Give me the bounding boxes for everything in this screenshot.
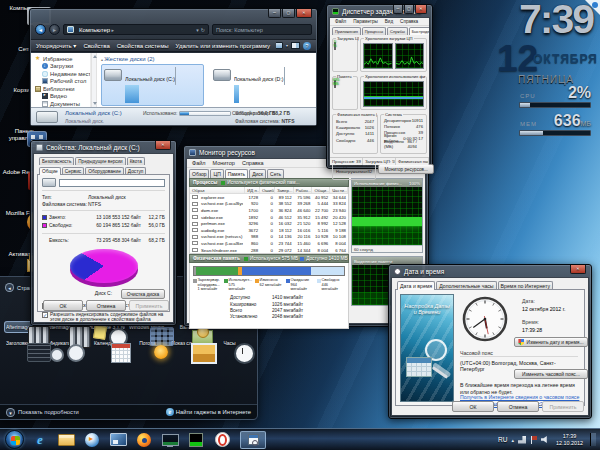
menu-item[interactable]: Файл xyxy=(189,160,209,166)
find-gadgets-link[interactable]: Найти гаджеты в Интернете xyxy=(166,408,251,416)
timezone-info-link[interactable]: Получить в Интернете сведения о часовом … xyxy=(460,394,579,400)
process-row[interactable]: perfmon.exe 3296 0 16 032 21 520 8 992 1… xyxy=(190,220,348,227)
sidebar-item[interactable]: Загрузки xyxy=(31,63,90,71)
page-back-icon[interactable]: ◂ xyxy=(5,283,14,292)
menu-item[interactable]: Монитор xyxy=(210,160,238,166)
wmp-icon[interactable] xyxy=(80,430,104,450)
process-checkbox[interactable] xyxy=(192,195,198,199)
start-button[interactable] xyxy=(5,430,24,449)
close-button[interactable] xyxy=(570,265,586,274)
column-header[interactable]: Образ xyxy=(190,187,245,193)
processes-header[interactable]: Процессы Используется физической пам... xyxy=(189,178,349,187)
maximize-button[interactable] xyxy=(282,9,295,18)
disk-properties-dialog[interactable]: Свойства: Локальный диск (C:) Безопаснос… xyxy=(30,140,177,326)
toolbar-button[interactable]: Свойства системы xyxy=(117,43,169,49)
chevron-down-icon[interactable]: ▾ xyxy=(6,408,15,417)
back-button[interactable]: ◂ xyxy=(35,24,46,35)
address-dropdown-icon[interactable]: ▾ xyxy=(196,27,199,33)
datetime-tab[interactable]: Дата и время xyxy=(397,281,435,290)
index-checkbox-row[interactable]: Разрешить индексировать содержимое файло… xyxy=(42,312,165,324)
column-header[interactable]: ИД п... xyxy=(245,187,260,193)
task-manager-window[interactable]: Диспетчер задач Windows ФайлПараметрыВид… xyxy=(326,4,433,169)
maximize-button[interactable] xyxy=(404,5,414,14)
sidebar-item[interactable]: Недавние места xyxy=(31,70,90,78)
dialog-button[interactable]: Отмена xyxy=(497,401,539,412)
ie-icon[interactable] xyxy=(28,430,52,450)
resmon-tab[interactable]: Память xyxy=(225,169,248,178)
menu-item[interactable]: Параметры xyxy=(350,19,381,24)
index-checkbox[interactable] xyxy=(42,312,48,318)
resmon-tab[interactable]: Сеть xyxy=(267,169,284,178)
sidebar-item[interactable]: Библиотеки xyxy=(31,85,90,93)
process-row[interactable]: explorer.exe 1728 0 89 112 75 596 40 952… xyxy=(190,194,348,201)
toolbar-button[interactable]: Свойства xyxy=(83,43,109,49)
close-button[interactable] xyxy=(415,5,427,14)
process-checkbox[interactable] xyxy=(192,208,198,212)
active-taskbar-button[interactable] xyxy=(240,431,266,449)
process-checkbox[interactable] xyxy=(192,202,198,206)
column-header[interactable]: Рабоч... xyxy=(294,187,313,193)
explorer-folder-icon[interactable] xyxy=(54,430,78,450)
datetime-titlebar[interactable]: Дата и время xyxy=(389,265,591,277)
drive-item[interactable]: Локальный диск (D:) 75,3 ГБ свободно из … xyxy=(210,64,313,106)
physical-memory-header[interactable]: Физическая память Используется 575 МБ До… xyxy=(189,254,349,263)
show-details-link[interactable]: Показать подробности xyxy=(18,409,79,415)
taskman-tab[interactable]: Быстродействие xyxy=(409,27,429,35)
minimize-button[interactable] xyxy=(393,5,403,14)
process-row[interactable]: sidebar.exe 1892 0 46 512 35 912 15 492 … xyxy=(190,214,348,221)
process-row[interactable]: svchost.exe (netsvcs) 988 0 14 136 20 11… xyxy=(190,234,348,241)
sidebar-item[interactable]: Документы xyxy=(31,100,90,107)
refresh-icon[interactable]: ↻ xyxy=(201,27,205,33)
forward-button[interactable]: ▸ xyxy=(49,24,60,35)
process-checkbox[interactable] xyxy=(192,241,198,245)
resmon-tab[interactable]: Обзор xyxy=(189,169,209,178)
column-header[interactable]: Ошибк... xyxy=(260,187,275,193)
views-icon[interactable] xyxy=(276,42,283,49)
datetime-dialog[interactable]: Дата и время Дата и времяДополнительные … xyxy=(388,264,592,419)
section-header-hdd[interactable]: Жесткие диски (2) xyxy=(101,56,312,62)
process-checkbox[interactable] xyxy=(192,235,198,239)
change-datetime-button[interactable]: Изменить дату и время... xyxy=(514,337,588,347)
toolbar-button[interactable]: Упорядочить ▾ xyxy=(36,42,76,49)
preview-pane-icon[interactable] xyxy=(291,42,300,49)
firefox-taskbar-icon[interactable] xyxy=(132,430,156,450)
tray-flag-icon[interactable] xyxy=(530,436,537,444)
taskman-tab[interactable]: Приложения xyxy=(332,27,361,35)
menu-item[interactable]: Справка xyxy=(397,19,421,24)
taskman-meter-icon[interactable] xyxy=(184,430,208,450)
resmon-taskbar-icon[interactable] xyxy=(158,430,182,450)
resource-monitor-button[interactable]: Монитор ресурсов... xyxy=(378,164,434,174)
resmon-tab[interactable]: ЦП xyxy=(210,169,223,178)
dialog-button[interactable]: ОК xyxy=(43,300,83,311)
search-input[interactable] xyxy=(212,24,312,35)
menu-item[interactable]: Справка xyxy=(239,160,267,166)
drive-item[interactable]: Локальный диск (C:) 56,0 ГБ свободно из … xyxy=(101,64,204,106)
properties-tab[interactable]: Квота xyxy=(127,157,145,165)
process-row[interactable]: audiodg.exe 3672 0 18 112 16 016 5 116 9… xyxy=(190,227,348,234)
column-header[interactable]: Общи... xyxy=(312,187,330,193)
properties-tab[interactable]: Предыдущие версии xyxy=(75,157,125,165)
properties-tab[interactable]: Безопасность xyxy=(39,157,74,165)
taskman-tab[interactable]: Процессы xyxy=(362,27,386,35)
dialog-button[interactable]: Применить xyxy=(129,300,169,311)
show-desktop-button[interactable] xyxy=(590,433,596,447)
views-dropdown-icon[interactable]: ▾ xyxy=(286,43,288,48)
column-header[interactable]: Завер... xyxy=(275,187,294,193)
process-checkbox[interactable] xyxy=(192,248,198,252)
process-checkbox[interactable] xyxy=(192,228,198,232)
desktop-gadgets-icon[interactable] xyxy=(106,430,130,450)
process-row[interactable]: SearchIndexer.exe 288 0 29 072 14 344 8 … xyxy=(190,247,348,254)
process-row[interactable]: svchost.exe (LocalServiceNet... 860 0 23… xyxy=(190,240,348,247)
volume-label-input[interactable] xyxy=(59,179,165,187)
tray-volume-icon[interactable] xyxy=(541,436,549,444)
toolbar-button[interactable]: Удалить или изменить программу xyxy=(176,43,270,49)
column-header[interactable]: Части... xyxy=(330,187,348,193)
explorer-window[interactable]: ◂ ▸ Компьютер ▾ ↻ Упорядочить ▾СвойстваС… xyxy=(29,8,318,127)
sidebar-item[interactable]: Избранное xyxy=(31,55,90,63)
sidebar-item[interactable]: Видео xyxy=(31,93,90,101)
taskman-tab[interactable]: Службы xyxy=(387,27,408,35)
sidebar-item[interactable]: Рабочий стол xyxy=(31,78,90,86)
dialog-button[interactable]: Отмена xyxy=(86,300,126,311)
change-timezone-button[interactable]: Изменить часовой пояс... xyxy=(514,369,588,379)
process-checkbox[interactable] xyxy=(192,215,198,219)
